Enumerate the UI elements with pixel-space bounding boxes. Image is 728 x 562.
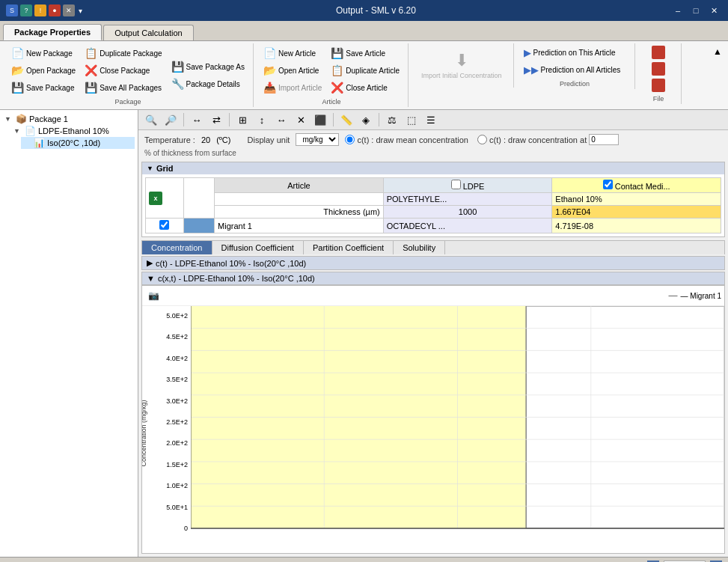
save-package-button[interactable]: 💾 Save Package xyxy=(7,79,79,96)
ribbon-group-import-concentration: ⬇ Import Initial Concentration xyxy=(410,43,514,88)
close-package-button[interactable]: ❌ Close Package xyxy=(81,62,165,79)
col-ldpe: LDPE xyxy=(383,178,552,193)
chart-inner: Concentration (mg/kg) 5.0E+2 4.5E+2 4.0E… xyxy=(142,306,724,553)
y-axis-values: 5.0E+2 4.5E+2 4.0E+2 3.5E+2 3.0E+2 2.5E+… xyxy=(166,312,188,532)
icon-teal: ? xyxy=(20,4,32,16)
ct-section-header[interactable]: ▶ c(t) - LDPE-Ethanol 10% - Iso(20°C ,10… xyxy=(141,256,725,270)
save-package-as-button[interactable]: 💾 Save Package As xyxy=(168,58,248,75)
maximize-button[interactable]: □ xyxy=(688,4,704,17)
grid-table: x Article LDPE Contact Medi... xyxy=(145,177,721,233)
tab-package-properties[interactable]: Package Properties xyxy=(3,24,102,40)
tree-item-ldpe[interactable]: ▼ 📄 LDPE-Ethanol 10% xyxy=(12,125,135,137)
ribbon-collapse-button[interactable]: ▲ xyxy=(710,43,725,60)
import-concentration-button[interactable]: ⬇ Import Initial Concentration xyxy=(415,45,509,86)
toolbar-row: 🔍 🔎 ↔ ⇄ ⊞ ↕ ↔ ✕ ⬛ 📏 ◈ ⚖ ⬚ ☰ xyxy=(138,110,728,130)
excel-icon: x xyxy=(149,192,162,205)
concentration-at-input[interactable] xyxy=(589,134,619,145)
migrant-row: Migrant 1 OCTADECYL ... 4.719E-08 xyxy=(146,219,721,233)
minimize-button[interactable]: – xyxy=(670,4,686,17)
duplicate-package-button[interactable]: 📋 Duplicate Package xyxy=(81,45,165,61)
toolbar-sep-1 xyxy=(183,113,184,126)
rect-button[interactable]: ⬛ xyxy=(312,112,328,128)
zoom-in-button[interactable]: 🔍 xyxy=(143,112,159,128)
tree-item-iso[interactable]: 📊 Iso(20°C ,10d) xyxy=(21,137,135,149)
measure-button[interactable]: 📏 xyxy=(338,112,355,128)
ldpe-checkbox[interactable] xyxy=(451,180,461,189)
package-details-button[interactable]: 🔧 Package Details xyxy=(168,76,248,92)
save-as-icon: 💾 xyxy=(171,61,184,73)
settings-button[interactable]: ☰ xyxy=(423,112,439,128)
save-all-packages-button[interactable]: 💾 Save All Packages xyxy=(81,79,165,96)
annotate-button[interactable]: ◈ xyxy=(358,112,374,128)
new-package-button[interactable]: 📄 New Package xyxy=(7,45,79,61)
chart-camera-button[interactable]: 📷 xyxy=(145,287,162,304)
tab-output-calculation[interactable]: Output Calculation xyxy=(103,25,194,40)
ldpe-name-cell: POLYETHYLE... xyxy=(383,193,552,206)
main-area: ▼ 📦 Package 1 ▼ 📄 LDPE-Ethanol 10% 📊 Iso… xyxy=(0,110,728,557)
display-unit-select[interactable]: mg/kg mg/L µg/kg xyxy=(296,133,339,146)
pan-button[interactable]: ↔ xyxy=(273,112,290,128)
prediction-this-button[interactable]: ▶ Prediction on This Article xyxy=(520,45,630,61)
content-panel: 🔍 🔎 ↔ ⇄ ⊞ ↕ ↔ ✕ ⬛ 📏 ◈ ⚖ ⬚ ☰ Temperature … xyxy=(138,110,728,557)
tab-solubility[interactable]: Solubility xyxy=(394,241,445,254)
prediction-group-label: Prediction xyxy=(560,80,590,88)
radio-at-input[interactable] xyxy=(477,135,487,144)
duplicate-article-button[interactable]: 📋 Duplicate Article xyxy=(327,62,403,79)
ribbon-group-prediction: ▶ Prediction on This Article ▶▶ Predicti… xyxy=(516,43,635,89)
fit-width-button[interactable]: ↔ xyxy=(189,112,205,128)
file-btn-1[interactable] xyxy=(652,46,665,59)
temperature-unit: (ºC) xyxy=(216,135,230,144)
close-article-button[interactable]: ❌ Close Article xyxy=(327,79,403,96)
new-package-icon: 📄 xyxy=(11,47,24,59)
title-bar: S ? ! ● ✕ ▾ Output - SML v 6.20 – □ ✕ xyxy=(0,0,728,21)
radio-mean-input[interactable] xyxy=(345,135,355,144)
pct-label: % of thickness from surface xyxy=(138,149,728,159)
tab-concentration[interactable]: Concentration xyxy=(142,241,212,254)
zoom-out-button[interactable]: 🔎 xyxy=(162,112,179,128)
document-icon: 📄 xyxy=(25,126,36,136)
select-button[interactable]: ✕ xyxy=(293,112,309,128)
chart-svg xyxy=(191,306,724,553)
open-package-button[interactable]: 📂 Open Package xyxy=(7,62,79,79)
new-article-button[interactable]: 📄 New Article xyxy=(260,45,325,61)
legend-label: — Migrant 1 xyxy=(681,292,721,300)
radio-mean-label: c(t) : draw mean concentration xyxy=(357,135,468,144)
temperature-value: 20 xyxy=(201,135,210,144)
expand-button[interactable]: ↕ xyxy=(254,112,270,128)
thickness-label-cell: Thickness (µm) xyxy=(215,206,384,219)
excel-cell: x xyxy=(146,178,184,219)
ribbon-group-article: 📄 New Article 📂 Open Article 📥 Import Ar… xyxy=(255,43,409,107)
app-icon: S xyxy=(6,4,18,16)
file-btn-2[interactable] xyxy=(652,62,665,76)
close-button[interactable]: ✕ xyxy=(706,4,722,17)
save-article-button[interactable]: 💾 Save Article xyxy=(327,45,403,61)
grid-section: ▼ Grid x xyxy=(141,162,725,237)
open-article-button[interactable]: 📂 Open Article xyxy=(260,62,325,79)
tree-item-package1[interactable]: ▼ 📦 Package 1 xyxy=(3,113,135,125)
export-button[interactable]: ⬚ xyxy=(403,112,420,128)
title-bar-controls: – □ ✕ xyxy=(670,4,722,17)
blank-col xyxy=(183,178,214,219)
tree-label-ldpe: LDPE-Ethanol 10% xyxy=(38,126,109,135)
chart-toolbar: 📷 — — Migrant 1 xyxy=(142,286,724,306)
import-conc-icon: ⬇ xyxy=(455,51,468,70)
grid-section-header[interactable]: ▼ Grid xyxy=(142,162,724,174)
radio-at-label: c(t) : draw concentration at xyxy=(489,135,587,144)
file-btn-3[interactable] xyxy=(652,79,665,92)
thickness-contact-cell: 1.667E04 xyxy=(552,206,721,219)
import-article-button[interactable]: 📥 Import Article xyxy=(260,79,325,96)
article-buttons: 📄 New Article 📂 Open Article 📥 Import Ar… xyxy=(260,45,403,96)
cxt-collapse-icon: ▼ xyxy=(147,274,155,283)
cxt-section-header[interactable]: ▼ c(x,t) - LDPE-Ethanol 10% - Iso(20°C ,… xyxy=(141,272,725,285)
grid-collapse-icon: ▼ xyxy=(147,165,153,172)
migrant-contact-cell: 4.719E-08 xyxy=(552,219,721,233)
fit-height-button[interactable]: ⇄ xyxy=(208,112,224,128)
tab-partition[interactable]: Partition Coefficient xyxy=(304,241,394,254)
tab-diffusion[interactable]: Diffusion Coefficient xyxy=(212,241,304,254)
grid-button[interactable]: ⊞ xyxy=(234,112,251,128)
migrant-checkbox[interactable] xyxy=(159,220,169,230)
scale-button[interactable]: ⚖ xyxy=(384,112,400,128)
close-package-icon: ❌ xyxy=(85,64,97,76)
prediction-all-button[interactable]: ▶▶ Prediction on All Articles xyxy=(520,62,630,78)
contact-checkbox[interactable] xyxy=(603,180,613,189)
